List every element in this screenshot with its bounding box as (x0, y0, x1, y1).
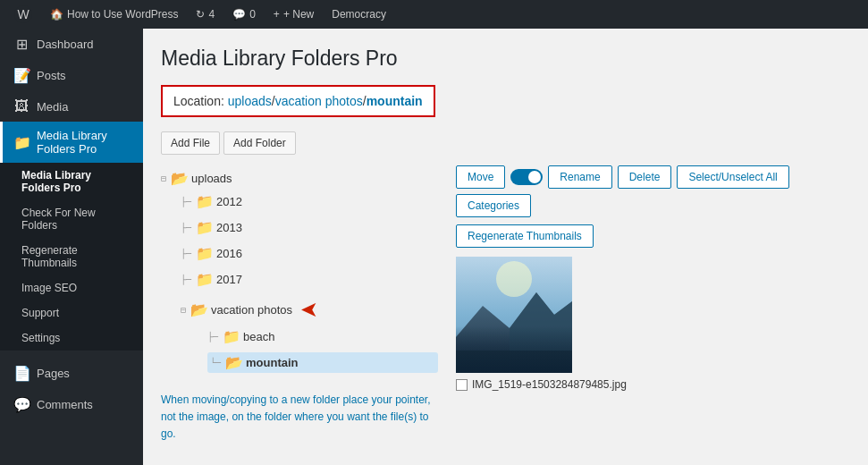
tree-item-vacation: ⊟ 📂 vacation photos ➤ ├─ 📁 (181, 292, 438, 378)
sync-count: 4 (208, 8, 215, 21)
tree-item-2012: ├─ 📁 2012 (181, 189, 438, 215)
file-info: IMG_1519-e1503284879485.jpg (456, 378, 850, 391)
connector-mountain: └─ (210, 358, 221, 368)
folder-icon-beach: 📁 (223, 328, 240, 345)
submenu-settings[interactable]: Settings (0, 326, 143, 351)
folder-label-2012: 2012 (216, 195, 242, 208)
move-toggle[interactable] (510, 169, 543, 185)
sidebar-item-comments[interactable]: 💬 Comments (0, 389, 143, 420)
connector-vacation: ⊟ (181, 305, 186, 315)
sidebar-item-media[interactable]: 🖼 Media (0, 91, 143, 122)
folder-icon-2017: 📁 (196, 271, 214, 288)
comments-item[interactable]: 💬 0 (225, 0, 263, 29)
folder-row-vacation[interactable]: ⊟ 📂 vacation photos ➤ (181, 295, 438, 324)
subtree-vacation: ├─ 📁 beach └─ 📂 (181, 324, 438, 376)
right-panel: Move Rename Delete Select/Unselect All C… (456, 165, 850, 444)
folder-tree-panel: ⊟ 📂 uploads ├─ 📁 2012 (161, 165, 438, 444)
plus-icon: + (274, 8, 280, 21)
move-toggle-container: Move (456, 165, 543, 189)
folder-row-2017[interactable]: ├─ 📁 2017 (181, 269, 438, 290)
tree-item-2017: ├─ 📁 2017 (181, 266, 438, 292)
democracy-label: Democracy (332, 8, 386, 21)
regenerate-thumbnails-button[interactable]: Regenerate Thumbnails (456, 224, 594, 248)
sidebar: ⊞ Dashboard 📝 Posts 🖼 Media 📁 Media Libr… (0, 29, 143, 465)
location-current: mountain (367, 94, 423, 108)
connector-2012: ├─ (181, 197, 191, 207)
posts-icon: 📝 (13, 67, 29, 84)
page-title: Media Library Folders Pro (161, 46, 850, 71)
submenu-regenerate[interactable]: Regenerate Thumbnails (0, 238, 143, 275)
folder-row-mountain[interactable]: └─ 📂 mountain (207, 352, 438, 373)
democracy-item[interactable]: Democracy (324, 0, 393, 29)
sidebar-item-dashboard[interactable]: ⊞ Dashboard (0, 29, 143, 60)
location-label: Location: (173, 94, 224, 108)
toolbar-row: Move Rename Delete Select/Unselect All C… (456, 165, 850, 217)
folder-label-uploads: uploads (191, 172, 232, 185)
dashboard-icon: ⊞ (13, 36, 29, 53)
location-path-uploads[interactable]: uploads (228, 94, 272, 108)
folder-label-2016: 2016 (216, 247, 242, 260)
folder-row-2012[interactable]: ├─ 📁 2012 (181, 191, 438, 212)
comments-label: Comments (37, 398, 93, 411)
media-label: Media (37, 100, 68, 114)
folder-row-2016[interactable]: ├─ 📁 2016 (181, 243, 438, 264)
svg-point-1 (496, 261, 532, 297)
folder-icon-2016: 📁 (196, 245, 214, 262)
categories-button[interactable]: Categories (456, 194, 531, 217)
comments-icon: 💬 (13, 396, 29, 413)
connector-2013: ├─ (181, 223, 191, 232)
select-unselect-all-button[interactable]: Select/Unselect All (677, 165, 788, 189)
connector-2016: ├─ (181, 249, 191, 258)
add-folder-button[interactable]: Add Folder (223, 131, 296, 155)
mlfp-icon: 📁 (13, 134, 29, 151)
folder-row-beach[interactable]: ├─ 📁 beach (207, 326, 438, 347)
comment-count: 0 (249, 8, 256, 21)
tree-item-2013: ├─ 📁 2013 (181, 215, 438, 241)
dashboard-label: Dashboard (37, 38, 94, 51)
folder-label-mountain: mountain (246, 356, 299, 369)
move-button[interactable]: Move (456, 165, 505, 189)
tree-item-2016: ├─ 📁 2016 (181, 241, 438, 266)
subtree-uploads: ├─ 📁 2012 ├─ 📁 2013 (161, 189, 438, 378)
submenu-image-seo[interactable]: Image SEO (0, 275, 143, 300)
sidebar-item-pages[interactable]: 📄 Pages (0, 358, 143, 389)
pages-icon: 📄 (13, 365, 29, 382)
connector-beach: ├─ (207, 332, 218, 342)
wp-logo-item[interactable]: W (7, 0, 39, 29)
new-button[interactable]: + + New (266, 0, 321, 29)
sidebar-item-mlfp[interactable]: 📁 Media Library Folders Pro (0, 122, 143, 163)
wp-layout: ⊞ Dashboard 📝 Posts 🖼 Media 📁 Media Libr… (0, 29, 868, 465)
file-checkbox[interactable] (456, 379, 468, 391)
sync-item[interactable]: ↻ 4 (189, 0, 222, 29)
sidebar-item-posts[interactable]: 📝 Posts (0, 60, 143, 91)
submenu-support[interactable]: Support (0, 300, 143, 326)
site-name-item[interactable]: 🏠 How to Use WordPress (43, 0, 185, 29)
thumbnail-image[interactable] (456, 257, 572, 373)
folder-label-2017: 2017 (216, 273, 242, 286)
submenu-mlfp-title[interactable]: Media Library Folders Pro (0, 163, 143, 200)
posts-label: Posts (37, 69, 66, 82)
tree-root-connector: ⊟ (161, 173, 166, 183)
svg-rect-4 (456, 351, 572, 373)
connector-2017: ├─ (181, 275, 191, 284)
folder-label-vacation: vacation photos (211, 303, 292, 317)
site-name: How to Use WordPress (67, 8, 178, 21)
pages-label: Pages (37, 367, 70, 380)
add-file-button[interactable]: Add File (161, 131, 220, 155)
folder-label-2013: 2013 (216, 221, 242, 234)
submenu-check-folders[interactable]: Check For New Folders (0, 200, 143, 238)
thumbnail-area: IMG_1519-e1503284879485.jpg (456, 257, 850, 391)
folder-row-uploads[interactable]: ⊟ 📂 uploads (161, 168, 438, 189)
arrow-annotation: ➤ (300, 297, 318, 322)
filename: IMG_1519-e1503284879485.jpg (472, 378, 627, 391)
tree-item-mountain: └─ 📂 mountain (207, 350, 438, 376)
info-text: When moving/copying to a new folder plac… (161, 392, 438, 444)
rename-button[interactable]: Rename (548, 165, 611, 189)
sidebar-submenu: Media Library Folders Pro Check For New … (0, 163, 143, 351)
folder-label-beach: beach (243, 330, 274, 343)
delete-button[interactable]: Delete (618, 165, 672, 189)
folder-icon-2013: 📁 (196, 219, 214, 236)
new-label: + New (283, 8, 314, 21)
folder-row-2013[interactable]: ├─ 📁 2013 (181, 217, 438, 238)
location-path-vacation[interactable]: vacation photos (275, 94, 363, 108)
